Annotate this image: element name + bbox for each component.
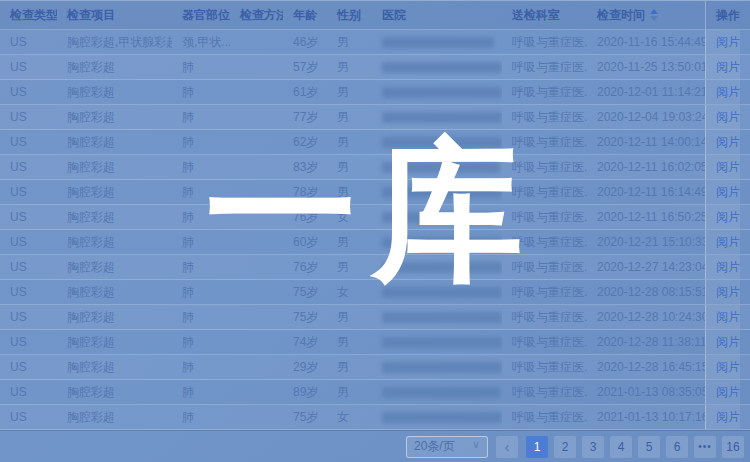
view-images-link[interactable]: 阅片 xyxy=(716,209,740,226)
column-header-gender: 性别 xyxy=(327,1,372,29)
column-header-action: 操作 xyxy=(705,1,740,29)
cell-method xyxy=(230,155,283,179)
cell-exam_item: 胸腔彩超 xyxy=(57,105,172,129)
view-images-link[interactable]: 阅片 xyxy=(716,34,740,51)
cell-hospital xyxy=(372,205,502,229)
cell-exam_type: US xyxy=(0,255,57,279)
redacted-hospital-name xyxy=(382,362,502,373)
view-images-link[interactable]: 阅片 xyxy=(716,59,740,76)
cell-organ: 肺 xyxy=(172,105,230,129)
page-button-16[interactable]: 16 xyxy=(722,436,744,458)
cell-action: 阅片 xyxy=(705,155,740,179)
cell-hospital xyxy=(372,105,502,129)
cell-age: 77岁 xyxy=(283,105,327,129)
cell-exam_type: US xyxy=(0,355,57,379)
cell-hospital xyxy=(372,130,502,154)
view-images-link[interactable]: 阅片 xyxy=(716,234,740,251)
cell-exam_item: 胸腔彩超 xyxy=(57,255,172,279)
cell-exam_item: 胸腔彩超 xyxy=(57,155,172,179)
redacted-hospital-name xyxy=(382,62,502,73)
cell-organ: 肺 xyxy=(172,155,230,179)
cell-exam_item: 胸腔彩超 xyxy=(57,205,172,229)
cell-exam_time: 2020-12-11 16:50:25 xyxy=(587,205,705,229)
cell-hospital xyxy=(372,280,502,304)
cell-action: 阅片 xyxy=(705,105,740,129)
column-header-label: 性别 xyxy=(337,7,361,24)
cell-action: 阅片 xyxy=(705,255,740,279)
cell-gender: 男 xyxy=(327,80,372,104)
cell-age: 62岁 xyxy=(283,130,327,154)
cell-gender: 女 xyxy=(327,205,372,229)
page-button-5[interactable]: 5 xyxy=(638,436,660,458)
cell-action: 阅片 xyxy=(705,130,740,154)
cell-exam_time: 2021-01-13 10:17:16 xyxy=(587,405,705,429)
redacted-hospital-name xyxy=(382,137,502,148)
cell-hospital xyxy=(372,380,502,404)
table-row: US胸腔彩超肺89岁男呼吸与重症医...2021-01-13 08:35:05阅… xyxy=(0,380,750,405)
view-images-link[interactable]: 阅片 xyxy=(716,284,740,301)
page-button-3[interactable]: 3 xyxy=(582,436,604,458)
cell-organ: 肺 xyxy=(172,405,230,429)
cell-action: 阅片 xyxy=(705,55,740,79)
view-images-link[interactable]: 阅片 xyxy=(716,334,740,351)
cell-action: 阅片 xyxy=(705,280,740,304)
page-button-6[interactable]: 6 xyxy=(666,436,688,458)
cell-exam_item: 胸腔彩超 xyxy=(57,55,172,79)
cell-age: 75岁 xyxy=(283,305,327,329)
cell-action: 阅片 xyxy=(705,180,740,204)
cell-exam_item: 胸腔彩超 xyxy=(57,355,172,379)
redacted-hospital-name xyxy=(382,162,500,173)
cell-exam_item: 胸腔彩超 xyxy=(57,130,172,154)
cell-age: 57岁 xyxy=(283,55,327,79)
view-images-link[interactable]: 阅片 xyxy=(716,184,740,201)
page-button-1[interactable]: 1 xyxy=(526,436,548,458)
table-row: US胸腔彩超肺75岁女呼吸与重症医...2020-12-28 08:15:51阅… xyxy=(0,280,750,305)
column-header-exam_item: 检查项目 xyxy=(57,1,172,29)
column-header-hospital: 医院 xyxy=(372,1,502,29)
view-images-link[interactable]: 阅片 xyxy=(716,159,740,176)
column-header-label: 器官部位 xyxy=(182,7,230,24)
view-images-link[interactable]: 阅片 xyxy=(716,309,740,326)
page-button-4[interactable]: 4 xyxy=(610,436,632,458)
page-size-select[interactable]: 20条/页 ∨ xyxy=(406,436,488,458)
cell-age: 61岁 xyxy=(283,80,327,104)
prev-page-button[interactable]: ‹ xyxy=(496,436,518,458)
cell-gender: 女 xyxy=(327,280,372,304)
column-header-label: 操作 xyxy=(716,7,740,24)
view-images-link[interactable]: 阅片 xyxy=(716,109,740,126)
cell-exam_type: US xyxy=(0,105,57,129)
view-images-link[interactable]: 阅片 xyxy=(716,359,740,376)
page-button-2[interactable]: 2 xyxy=(554,436,576,458)
column-header-exam_time[interactable]: 检查时间 xyxy=(587,1,705,29)
view-images-link[interactable]: 阅片 xyxy=(716,384,740,401)
cell-department: 呼吸与重症医... xyxy=(502,255,587,279)
cell-department: 呼吸与重症医... xyxy=(502,205,587,229)
column-header-label: 检查方法 xyxy=(240,7,283,24)
view-images-link[interactable]: 阅片 xyxy=(716,84,740,101)
cell-hospital xyxy=(372,180,502,204)
cell-exam_type: US xyxy=(0,405,57,429)
more-pages-button[interactable]: ••• xyxy=(694,436,716,458)
cell-department: 呼吸与重症医... xyxy=(502,105,587,129)
cell-method xyxy=(230,305,283,329)
sort-ascending-icon[interactable] xyxy=(650,9,658,21)
view-images-link[interactable]: 阅片 xyxy=(716,134,740,151)
cell-method xyxy=(230,280,283,304)
cell-gender: 男 xyxy=(327,30,372,54)
chevron-down-icon: ∨ xyxy=(472,438,480,451)
column-header-label: 检查类型 xyxy=(10,7,57,24)
cell-action: 阅片 xyxy=(705,355,740,379)
cell-organ: 肺 xyxy=(172,205,230,229)
cell-department: 呼吸与重症医... xyxy=(502,280,587,304)
cell-organ: 肺 xyxy=(172,380,230,404)
cell-method xyxy=(230,255,283,279)
cell-department: 呼吸与重症医... xyxy=(502,55,587,79)
view-images-link[interactable]: 阅片 xyxy=(716,259,740,276)
column-header-label: 年龄 xyxy=(293,7,317,24)
view-images-link[interactable]: 阅片 xyxy=(716,409,740,426)
cell-exam_item: 胸腔彩超 xyxy=(57,280,172,304)
redacted-hospital-name xyxy=(382,262,502,273)
cell-gender: 男 xyxy=(327,180,372,204)
cell-organ: 肺 xyxy=(172,130,230,154)
cell-department: 呼吸与重症医... xyxy=(502,355,587,379)
